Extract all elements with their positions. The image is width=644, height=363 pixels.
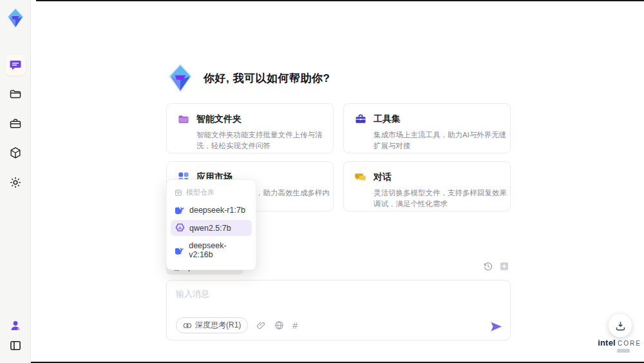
prompt-command-button[interactable]: # — [292, 320, 298, 331]
message-input-placeholder: 输入消息 — [176, 288, 209, 300]
model-dropdown: 模型仓库 deepseek-r1:7b qwen2.5:7b deepseek-… — [166, 179, 256, 270]
model-option-deepseek-v2[interactable]: deepseek-v2:16b — [171, 238, 252, 262]
new-chat-button[interactable] — [499, 261, 509, 271]
greeting-text: 你好, 我可以如何帮助你? — [204, 71, 330, 86]
message-input[interactable]: 输入消息 深度思考(R1) # — [166, 280, 511, 340]
dialog-icon — [354, 171, 367, 184]
briefcase-icon — [9, 117, 22, 130]
card-title: 智能文件夹 — [196, 113, 242, 125]
card-title: 对话 — [374, 172, 392, 183]
send-icon — [490, 321, 502, 332]
intel-tier-badge — [617, 349, 630, 353]
greeting-logo-icon — [165, 63, 196, 93]
history-icon — [483, 261, 493, 271]
window-top-edge — [36, 0, 644, 1]
new-chat-icon — [499, 261, 509, 271]
model-dropdown-header: 模型仓库 — [167, 184, 256, 200]
attach-button[interactable] — [256, 320, 266, 330]
deepseek-icon — [175, 246, 184, 255]
send-button[interactable] — [490, 321, 502, 332]
deepthink-label: 深度思考(R1) — [195, 320, 241, 331]
intel-core-badge: intel core — [594, 338, 644, 353]
conversation-tools — [483, 261, 509, 271]
card-description: 集成市场上主流工具，助力AI与外界无缝扩展与对接 — [374, 130, 510, 152]
model-option-label: qwen2.5:7b — [189, 224, 231, 233]
repository-label: 模型仓库 — [186, 188, 214, 197]
card-description: 灵活切换多模型文件，支持多样回复效果调试，满足个性化需求 — [374, 188, 510, 210]
card-dialog[interactable]: 对话 灵活切换多模型文件，支持多样回复效果调试，满足个性化需求 — [343, 161, 511, 211]
model-option-label: deepseek-v2:16b — [189, 241, 247, 259]
deepthink-toggle[interactable]: 深度思考(R1) — [176, 317, 248, 333]
intel-wordmark: intel — [598, 338, 616, 348]
sidebar — [0, 0, 31, 363]
sidebar-item-account[interactable] — [5, 315, 26, 336]
sidebar-item-panel-toggle[interactable] — [5, 335, 26, 356]
sidebar-item-toolbox[interactable] — [5, 113, 26, 134]
chat-icon — [9, 59, 22, 72]
qwen-icon — [175, 223, 185, 233]
sidebar-item-chat[interactable] — [5, 55, 26, 75]
model-option-deepseek-r1[interactable]: deepseek-r1:7b — [171, 202, 252, 218]
card-toolset[interactable]: 工具集 集成市场上主流工具，助力AI与外界无缝扩展与对接 — [343, 103, 511, 153]
user-icon — [9, 319, 22, 332]
app-logo-icon — [3, 5, 28, 31]
card-title: 工具集 — [374, 113, 401, 125]
cube-icon — [9, 146, 22, 159]
core-wordmark: core — [618, 340, 641, 347]
smart-folder-icon — [177, 113, 190, 126]
download-icon — [615, 320, 626, 331]
card-smart-folders[interactable]: 智能文件夹 智能文件夹功能支持批量文件上传与清洗，轻松实现文件问答 — [166, 103, 334, 153]
paperclip-icon — [256, 320, 266, 330]
globe-icon — [274, 320, 284, 330]
composer-toolbar: 深度思考(R1) # — [176, 317, 298, 333]
sidebar-item-folders[interactable] — [5, 84, 26, 104]
card-description: 智能文件夹功能支持批量文件上传与清洗，轻松实现文件问答 — [196, 130, 333, 152]
deepseek-icon — [175, 205, 185, 215]
web-search-button[interactable] — [274, 320, 284, 330]
model-option-qwen[interactable]: qwen2.5:7b — [171, 220, 252, 236]
history-button[interactable] — [483, 261, 493, 271]
model-option-label: deepseek-r1:7b — [189, 206, 245, 215]
folder-icon — [9, 88, 22, 101]
panel-icon — [9, 339, 22, 352]
sidebar-item-settings[interactable] — [5, 172, 26, 193]
repository-icon — [175, 189, 182, 197]
download-button[interactable] — [609, 314, 632, 337]
deepthink-icon — [183, 322, 192, 329]
sidebar-item-apps[interactable] — [5, 142, 26, 163]
gear-icon — [9, 176, 22, 189]
toolset-icon — [354, 113, 367, 126]
